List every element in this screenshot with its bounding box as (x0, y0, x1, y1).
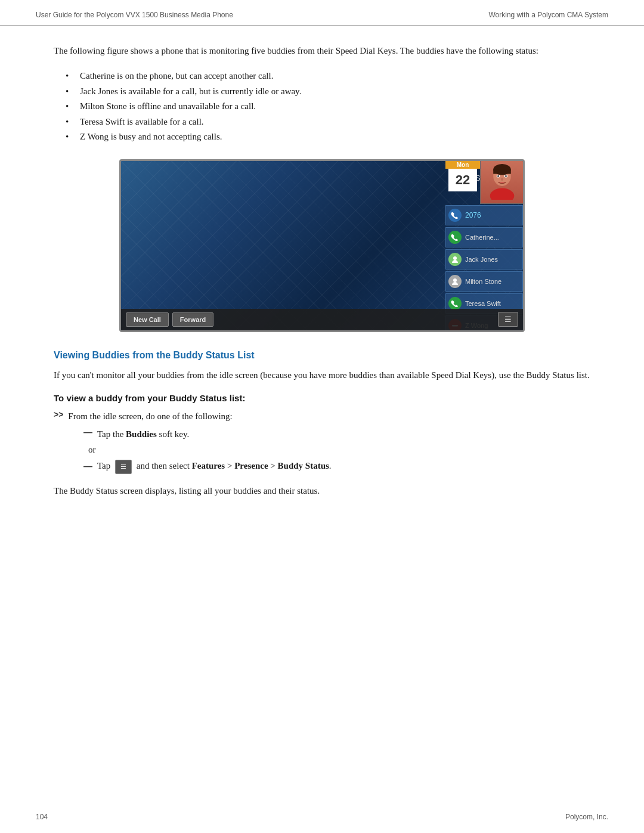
speed-dial-item-catherine[interactable]: Catherine... (445, 227, 523, 247)
speed-dial-teresa-label: Teresa Swift (465, 300, 519, 307)
svg-point-6 (505, 175, 507, 177)
section-heading: Viewing Buddies from the Buddy Status Li… (54, 350, 590, 361)
option-icon-line: — Tap ☰ and then select Features > Prese… (83, 459, 590, 473)
phone-icon (448, 209, 462, 222)
arrow-line: >> From the idle screen, do one of the f… (54, 409, 590, 423)
speed-dial-item-2076[interactable]: 2076 (445, 205, 523, 225)
calendar-day: Mon (445, 161, 480, 169)
speed-dial-catherine-label: Catherine... (465, 234, 519, 241)
header-left: User Guide for the Polycom VVX 1500 Busi… (36, 11, 233, 19)
svg-rect-2 (493, 169, 511, 174)
menu-button[interactable]: ☰ (498, 312, 518, 327)
section-body: If you can't monitor all your buddies fr… (54, 368, 590, 383)
option-buddies-text: Tap the Buddies soft key. (97, 427, 189, 441)
bullet-list: Catherine is on the phone, but can accep… (72, 69, 590, 145)
page-number: 104 (36, 813, 48, 821)
speed-dial-milton-label: Milton Stone (465, 278, 519, 285)
intro-paragraph: The following figure shows a phone that … (54, 44, 590, 58)
speed-dial-number: 2076 (465, 211, 519, 219)
option-buddies-line: — Tap the Buddies soft key. (83, 427, 590, 441)
instruction-block: >> From the idle screen, do one of the f… (54, 409, 590, 498)
phone-screenshot: 5:39 PM My Status: Busy Mon 22 (119, 159, 525, 332)
phone-avatar (480, 161, 523, 204)
main-content: The following figure shows a phone that … (0, 26, 644, 525)
dash-symbol-1: — (83, 427, 92, 437)
phone-icon (448, 231, 462, 244)
new-call-button[interactable]: New Call (126, 312, 169, 327)
calendar-date: 22 (448, 169, 477, 191)
speed-dial-jack-label: Jack Jones (465, 256, 519, 263)
closing-text: The Buddy Status screen displays, listin… (54, 484, 590, 498)
page-footer: 104 Polycom, Inc. (36, 813, 608, 821)
menu-icon-button[interactable]: ☰ (115, 460, 132, 474)
phone-calendar: Mon 22 (445, 161, 480, 191)
sub-heading: To view a buddy from your Buddy Status l… (54, 393, 590, 403)
page-header: User Guide for the Polycom VVX 1500 Busi… (0, 0, 644, 26)
company-name: Polycom, Inc. (565, 813, 608, 821)
speed-dial-item-milton[interactable]: Milton Stone (445, 271, 523, 292)
person-icon (448, 253, 462, 266)
svg-point-5 (497, 175, 499, 177)
speed-dial-item-jack-jones[interactable]: Jack Jones (445, 249, 523, 270)
svg-point-10 (453, 278, 457, 282)
phone-bottom-bar: New Call Forward ☰ (121, 309, 523, 330)
offline-icon (448, 275, 462, 288)
arrow-symbol: >> (54, 410, 63, 419)
list-item: Milton Stone is offline and unavailable … (72, 99, 590, 114)
svg-point-8 (490, 188, 514, 200)
list-item: Teresa Swift is available for a call. (72, 114, 590, 130)
header-right: Working with a Polycom CMA System (488, 11, 608, 19)
dash-symbol-2: — (83, 461, 92, 471)
instruction-main-text: From the idle screen, do one of the foll… (68, 409, 232, 423)
svg-point-7 (501, 178, 503, 181)
list-item: Jack Jones is available for a call, but … (72, 84, 590, 100)
forward-button[interactable]: Forward (172, 312, 213, 327)
list-item: Catherine is on the phone, but can accep… (72, 69, 590, 84)
avatar-face (481, 161, 523, 203)
list-item: Z Wong is busy and not accepting calls. (72, 129, 590, 145)
phone-icon (448, 297, 462, 310)
or-separator: or (88, 445, 590, 455)
option-icon-text: Tap ☰ and then select Features > Presenc… (97, 459, 332, 473)
svg-point-9 (453, 256, 457, 260)
